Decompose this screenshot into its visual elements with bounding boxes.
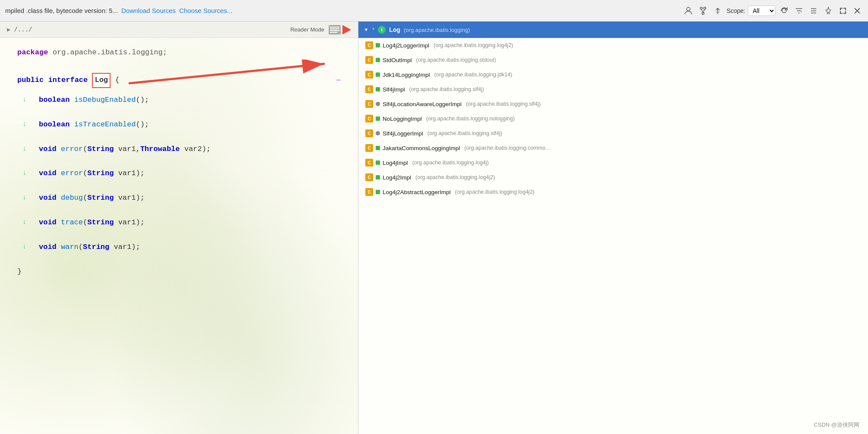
- class-name: Log4j2LoggerImpl: [383, 42, 429, 49]
- star-icon: *: [372, 26, 374, 33]
- breadcrumb-path: /.../: [14, 26, 32, 33]
- hierarchy-pane: ▼ * I Log (org.apache.ibatis.logging) CL…: [358, 22, 868, 434]
- class-icon: C: [365, 41, 373, 49]
- class-name: JakartaCommonsLoggingImpl: [383, 145, 460, 151]
- line-indicator-5: ↓: [22, 167, 27, 179]
- decompiled-text: mpiled .class file, bytecode version: 5.…: [5, 7, 118, 14]
- class-icon: C: [365, 188, 373, 196]
- hierarchy-list-item[interactable]: CNoLoggingImpl(org.apache.ibatis.logging…: [358, 111, 868, 126]
- arrow-up-icon-btn[interactable]: [712, 5, 724, 17]
- class-name: Slf4jImpl: [383, 86, 405, 93]
- close-icon-btn[interactable]: [852, 5, 863, 16]
- choose-sources-link[interactable]: Choose Sources...: [179, 7, 232, 14]
- line-indicator-3: ↓: [22, 119, 27, 130]
- fork-icon-btn[interactable]: [697, 5, 709, 17]
- package-name: (org.apache.ibatis.logging.slf4j): [466, 101, 541, 107]
- hierarchy-list-item[interactable]: CSlf4jImpl(org.apache.ibatis.logging.slf…: [358, 82, 868, 97]
- package-name: (org.apache.ibatis.logging.slf4j): [409, 86, 484, 92]
- hierarchy-list-item[interactable]: CSlf4jLocationAwareLoggerImpl(org.apache…: [358, 97, 868, 111]
- reader-mode-icon: [329, 25, 351, 35]
- implements-icon: [376, 190, 380, 194]
- package-name: (org.apache.ibatis.logging.commo…: [464, 145, 551, 151]
- implements-icon: [376, 87, 380, 91]
- expand-icon-btn[interactable]: [837, 5, 849, 17]
- refresh-icon-btn[interactable]: [778, 5, 790, 17]
- hierarchy-list-item[interactable]: CJakartaCommonsLoggingImpl(org.apache.ib…: [358, 141, 868, 155]
- line-indicator-7: ↓: [22, 217, 27, 228]
- hierarchy-list-item[interactable]: CLog4j2AbstractLoggerImpl(org.apache.iba…: [358, 185, 868, 199]
- implements-icon: [376, 146, 380, 150]
- abstract-icon: [376, 131, 380, 135]
- hierarchy-subtitle: (org.apache.ibatis.logging): [404, 27, 470, 33]
- scope-select[interactable]: All: [748, 6, 776, 16]
- class-name: Slf4jLocationAwareLoggerImpl: [383, 101, 462, 107]
- class-name: Log4j2AbstractLoggerImpl: [383, 189, 451, 195]
- method-line-3: ↓ void error(String var1, Throwable var2…: [39, 143, 349, 156]
- hierarchy-list-item[interactable]: CStdOutImpl(org.apache.ibatis.logging.st…: [358, 53, 868, 67]
- main-layout: ▶ /.../ Reader Mode: [0, 22, 868, 434]
- pin-icon-btn[interactable]: [822, 5, 834, 17]
- class-icon: C: [365, 85, 373, 93]
- list-icon-btn[interactable]: [808, 5, 820, 17]
- hierarchy-header: ▼ * I Log (org.apache.ibatis.logging): [358, 22, 868, 38]
- hierarchy-list-item[interactable]: CLog4jImpl(org.apache.ibatis.logging.log…: [358, 155, 868, 170]
- implements-icon: [376, 116, 380, 121]
- class-name: Log4jImpl: [383, 160, 408, 166]
- svg-rect-11: [329, 25, 341, 35]
- class-icon: C: [365, 71, 373, 79]
- class-icon: C: [365, 159, 373, 167]
- filter-up-icon-btn[interactable]: [793, 5, 805, 17]
- class-icon: C: [365, 56, 373, 64]
- hierarchy-list: CLog4j2LoggerImpl(org.apache.ibatis.logg…: [358, 38, 868, 434]
- download-sources-link[interactable]: Download Sources: [121, 7, 176, 14]
- svg-point-0: [687, 7, 690, 11]
- package-line: package org.apache.ibatis.logging;: [17, 47, 349, 59]
- method-line-1: ↓ boolean isDebugEnabled();: [39, 94, 349, 107]
- toolbar-right: Scope: All: [682, 5, 863, 17]
- implements-icon: [376, 72, 380, 77]
- interface-icon: I: [378, 26, 386, 34]
- person-icon-btn[interactable]: [682, 5, 694, 17]
- class-icon: C: [365, 173, 373, 181]
- package-name: (org.apache.ibatis.logging.jdk14): [434, 72, 513, 78]
- package-name: (org.apache.ibatis.logging.nologging): [426, 116, 515, 122]
- reader-mode-label: Reader Mode: [290, 26, 324, 33]
- class-icon: C: [365, 129, 373, 137]
- package-name: (org.apache.ibatis.logging.stdout): [416, 57, 496, 63]
- implements-icon: [376, 175, 380, 179]
- hierarchy-list-item[interactable]: CLog4j2LoggerImpl(org.apache.ibatis.logg…: [358, 38, 868, 53]
- class-icon: C: [365, 144, 373, 152]
- class-name: NoLoggingImpl: [383, 116, 422, 122]
- hierarchy-list-item[interactable]: CLog4j2Impl(org.apache.ibatis.logging.lo…: [358, 170, 868, 185]
- hierarchy-list-item[interactable]: CJdk14LoggingImpl(org.apache.ibatis.logg…: [358, 67, 868, 82]
- closing-brace-line: }: [17, 266, 349, 278]
- expand-icon: ▶: [7, 26, 10, 33]
- scope-label: Scope:: [726, 7, 745, 14]
- line-indicator-8: ↓: [22, 241, 27, 253]
- line-indicator-4: ↓: [22, 143, 27, 155]
- method-line-4: ↓ void error(String var1);: [39, 167, 349, 180]
- method-line-2: ↓ boolean isTraceEnabled();: [39, 119, 349, 131]
- method-line-5: ↓ void debug(String var1);: [39, 192, 349, 204]
- svg-point-2: [704, 7, 706, 9]
- hierarchy-list-item[interactable]: CSlf4jLoggerImpl(org.apache.ibatis.loggi…: [358, 126, 868, 141]
- class-name-highlighted: Log: [92, 73, 111, 88]
- chevron-down-icon: ▼: [364, 27, 369, 33]
- line-indicator: ↓: [19, 73, 23, 85]
- abstract-icon: [376, 102, 380, 106]
- line-indicator-2: ↓: [22, 94, 27, 106]
- reader-mode-button[interactable]: Reader Mode: [290, 25, 351, 35]
- svg-line-4: [701, 9, 703, 12]
- toolbar: mpiled .class file, bytecode version: 5.…: [0, 0, 868, 22]
- class-name: StdOutImpl: [383, 57, 412, 63]
- class-declaration-line: ↓ public interface Log { —: [17, 73, 349, 88]
- line-indicator-6: ↓: [22, 192, 27, 204]
- package-name: (org.apache.ibatis.logging.log4j): [412, 160, 489, 166]
- class-name: Jdk14LoggingImpl: [383, 72, 430, 78]
- class-icon: C: [365, 115, 373, 123]
- package-name: (org.apache.ibatis.logging.log4j2): [455, 189, 535, 195]
- class-name: Log4j2Impl: [383, 174, 411, 181]
- package-name: (org.apache.ibatis.logging.slf4j): [428, 130, 502, 136]
- package-name: (org.apache.ibatis.logging.log4j2): [434, 42, 513, 48]
- package-name: (org.apache.ibatis.logging.log4j2): [415, 174, 495, 180]
